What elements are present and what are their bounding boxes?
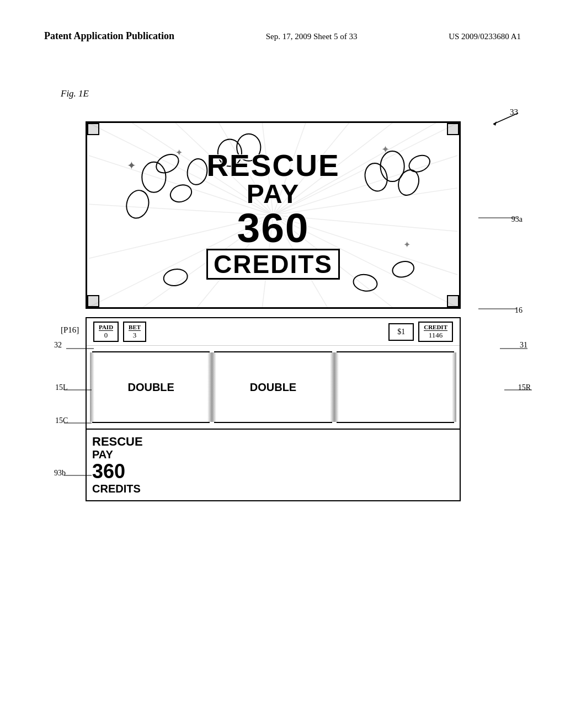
paid-display: PAID 0 <box>93 322 119 342</box>
ref-15R-arrow <box>504 386 532 394</box>
reel-right-right-bevel <box>452 352 456 422</box>
reel-center-right-bevel <box>330 352 334 422</box>
screen-text-content: RESCUE PAY 360 CREDITS <box>87 123 459 307</box>
svg-line-0 <box>493 113 518 124</box>
reel-center: DOUBLE <box>214 351 332 423</box>
ref-16-arrow <box>476 303 520 314</box>
ref-15C-arrow <box>64 419 92 427</box>
ref-93b-arrow <box>64 472 92 480</box>
reel-left: DOUBLE <box>92 351 210 423</box>
ref-93a-arrow <box>476 212 520 223</box>
publication-type: Patent Application Publication <box>44 30 174 42</box>
reel-left-right-bevel <box>207 352 212 422</box>
reel-center-label: DOUBLE <box>250 381 296 394</box>
ref-32: 32 <box>54 341 62 350</box>
ref-33-arrow <box>488 110 521 127</box>
reel-right <box>337 351 454 423</box>
rescue-pay-small-display: RESCUE PAY 360 CREDITS <box>92 435 143 495</box>
dollar-button[interactable]: $1 <box>388 323 414 341</box>
info-bar: PAID 0 BET 3 $1 CREDIT 1146 <box>87 318 460 346</box>
bet-display: BET 3 <box>123 322 146 342</box>
figure-label: Fig. 1E <box>61 88 89 99</box>
reel-right-left-bevel <box>334 352 339 422</box>
reel-left-label: DOUBLE <box>127 381 174 394</box>
p16-label: [P16] <box>61 325 79 335</box>
credit-display: CREDIT 1146 <box>418 322 453 342</box>
rescue-pay-display: RESCUE PAY 360 CREDITS <box>206 151 339 280</box>
publication-date-sheet: Sep. 17, 2009 Sheet 5 of 33 <box>266 32 358 41</box>
reel-center-left-bevel <box>212 352 216 422</box>
main-display-screen: ✦ ✦ ✦ ✦ RESCUE PAY 360 CREDITS <box>86 121 461 309</box>
ref-15L-arrow <box>64 386 92 394</box>
machine-panel: PAID 0 BET 3 $1 CREDIT 1146 DOUBLE DOUBL… <box>86 317 461 501</box>
bottom-display-panel: RESCUE PAY 360 CREDITS <box>87 429 460 500</box>
ref-32-arrow <box>66 345 94 353</box>
ref-31-arrow <box>500 345 527 353</box>
reels-area: DOUBLE DOUBLE <box>87 346 460 429</box>
page-header: Patent Application Publication Sep. 17, … <box>0 30 565 42</box>
patent-number: US 2009/0233680 A1 <box>449 32 521 41</box>
